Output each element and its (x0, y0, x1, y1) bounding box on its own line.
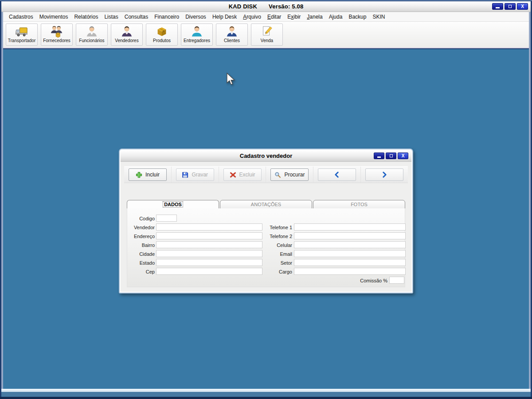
close-button[interactable]: X (517, 3, 528, 10)
dialog-body: Incluir Gravar (121, 162, 411, 292)
tab-label: ANOTAÇÕES (251, 202, 281, 207)
toolbar-entregadores-button[interactable]: Entregadores (181, 23, 213, 46)
dialog-maximize-button[interactable] (386, 153, 396, 159)
truck-icon (15, 25, 28, 38)
setor-input[interactable] (294, 259, 406, 266)
toolbar-label: Entregadores (184, 38, 210, 43)
estado-input[interactable] (156, 259, 262, 266)
toolbar-vendedores-button[interactable]: Vendedores (111, 23, 143, 46)
toolbar-venda-button[interactable]: Venda (251, 23, 283, 46)
email-input[interactable] (294, 250, 406, 257)
tab-fotos[interactable]: FOTOS (313, 200, 405, 209)
gravar-button: Gravar (176, 168, 214, 181)
search-icon (274, 172, 281, 178)
window-controls: X (492, 3, 528, 10)
salesman-icon (120, 25, 133, 38)
button-label: Gravar (192, 172, 208, 178)
button-cell (361, 167, 408, 183)
cadastro-vendedor-dialog: Cadastro vendedor X Incluir (119, 149, 413, 293)
celular-label: Celular (264, 243, 292, 248)
tab-label: FOTOS (351, 202, 368, 207)
product-box-icon (155, 25, 168, 38)
celular-input[interactable] (294, 241, 406, 248)
cep-input[interactable] (156, 268, 262, 275)
toolbar-fornecedores-button[interactable]: Fornecedores (41, 23, 73, 46)
client-icon (225, 25, 239, 38)
sale-pencil-icon (260, 25, 274, 38)
minimize-icon (377, 156, 381, 158)
toolbar-label: Vendedores (115, 38, 138, 43)
comissao-input[interactable] (389, 277, 404, 284)
incluir-button[interactable]: Incluir (129, 168, 167, 181)
window-frame-right-inner (529, 12, 531, 389)
delete-x-icon (230, 172, 236, 178)
tab-anotacoes[interactable]: ANOTAÇÕES (220, 200, 312, 209)
codigo-label: Codigo (125, 216, 155, 221)
menu-help-desk[interactable]: Help Desk (209, 13, 240, 21)
vendedor-input[interactable] (156, 223, 262, 231)
cidade-input[interactable] (156, 250, 262, 257)
dialog-titlebar: Cadastro vendedor X (121, 150, 411, 162)
courier-icon (190, 25, 203, 38)
toolbar-label: Produtos (153, 38, 171, 43)
employee-icon (85, 25, 98, 38)
dialog-tabs: DADOS ANOTAÇÕES FOTOS (127, 200, 405, 209)
menu-financeiro[interactable]: Financeiro (151, 13, 182, 21)
suppliers-icon (50, 25, 63, 38)
menu-relatorios[interactable]: Relatórios (71, 13, 101, 21)
maximize-icon (509, 5, 512, 8)
dialog-minimize-button[interactable] (374, 153, 384, 159)
menu-bar: Cadastros Movimentos Relatórios Listas C… (3, 12, 529, 22)
next-record-button[interactable] (365, 168, 403, 181)
telefone1-input[interactable] (294, 223, 406, 231)
menu-movimentos[interactable]: Movimentos (36, 13, 71, 21)
menu-ajuda[interactable]: Ajuda (326, 13, 346, 21)
toolbar-label: Venda (261, 38, 273, 43)
button-label: Procurar (284, 172, 305, 178)
menu-arquivo[interactable]: Arquivo (240, 13, 264, 21)
cargo-input[interactable] (294, 268, 406, 275)
button-cell: Procurar (266, 167, 313, 183)
endereco-input[interactable] (156, 232, 262, 239)
comissao-label: Comissão % (342, 278, 387, 283)
tab-label: DADOS (163, 202, 183, 207)
window-frame-bottom-edge (0, 397, 532, 399)
menu-skin[interactable]: SKIN (369, 13, 388, 21)
cep-label: Cep (125, 269, 155, 274)
previous-record-button[interactable] (318, 168, 356, 181)
telefone2-input[interactable] (294, 232, 406, 239)
procurar-button[interactable]: Procurar (270, 168, 309, 181)
toolbar-label: Transportador (8, 38, 35, 43)
telefone2-label: Telefone 2 (264, 234, 292, 239)
dialog-close-button[interactable]: X (398, 153, 408, 159)
button-label: Excluir (239, 172, 255, 178)
menu-diversos[interactable]: Diversos (182, 13, 209, 21)
window-frame-bottom-highlight (1, 389, 531, 392)
main-toolbar: Transportador Fornecedores Funcionários (3, 22, 529, 48)
dialog-action-panel: Incluir Gravar (124, 166, 408, 183)
maximize-icon (390, 154, 393, 157)
plus-icon (136, 172, 142, 178)
cargo-label: Cargo (264, 269, 292, 274)
toolbar-produtos-button[interactable]: Produtos (146, 23, 178, 46)
menu-backup[interactable]: Backup (345, 13, 369, 21)
menu-cadastros[interactable]: Cadastros (6, 13, 36, 21)
menu-consultas[interactable]: Consultas (121, 13, 151, 21)
toolbar-funcionarios-button[interactable]: Funcionários (76, 23, 108, 46)
bairro-input[interactable] (156, 241, 262, 248)
button-cell: Incluir (124, 167, 172, 183)
endereco-label: Endereço (125, 234, 155, 239)
menu-listas[interactable]: Listas (101, 13, 121, 21)
toolbar-transportador-button[interactable]: Transportador (6, 23, 38, 46)
maximize-button[interactable] (505, 3, 516, 10)
button-cell: Excluir (219, 167, 266, 183)
menu-janela[interactable]: Janela (304, 13, 325, 21)
menu-exibir[interactable]: Exibir (284, 13, 304, 21)
arrow-left-icon (334, 172, 340, 178)
minimize-button[interactable] (492, 3, 503, 10)
codigo-input[interactable] (156, 215, 177, 222)
menu-editar[interactable]: Editar (264, 13, 284, 21)
toolbar-clientes-button[interactable]: Clientes (216, 23, 248, 46)
excluir-button: Excluir (223, 168, 262, 181)
tab-dados[interactable]: DADOS (127, 200, 219, 209)
